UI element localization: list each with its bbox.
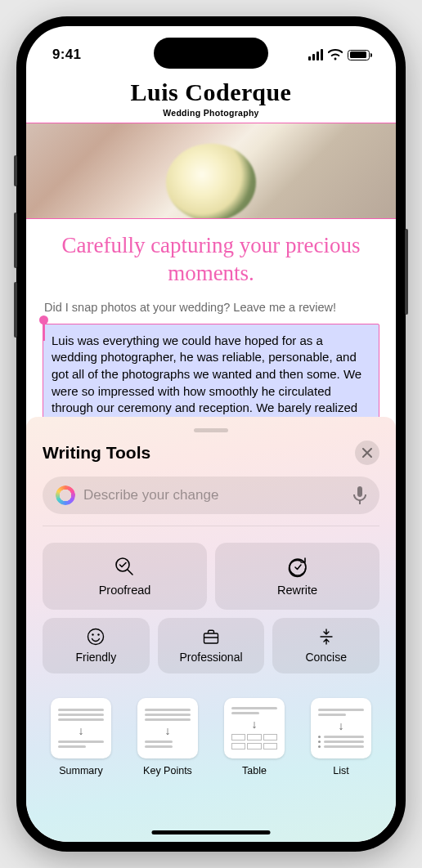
table-label: Table (242, 765, 267, 776)
panel-grabber[interactable] (194, 428, 228, 432)
apple-intelligence-icon (56, 485, 75, 505)
document-title: Luis Coderque (43, 78, 379, 106)
dynamic-island (154, 38, 268, 69)
concise-button[interactable]: Concise (272, 618, 379, 673)
rewrite-icon (286, 556, 309, 579)
keypoints-button[interactable]: ↓ Key Points (137, 698, 198, 776)
phone-frame: 9:41 Luis Coderque Wedding Photography C… (16, 16, 406, 852)
friendly-button[interactable]: Friendly (43, 618, 150, 673)
magnify-check-icon (114, 556, 137, 579)
smiley-icon (87, 628, 105, 646)
status-time: 9:41 (52, 47, 81, 63)
wifi-icon (328, 49, 343, 60)
friendly-label: Friendly (75, 651, 116, 664)
secondary-tools-row: Friendly Professional Concise (43, 618, 379, 673)
divider (43, 526, 379, 526)
screen: 9:41 Luis Coderque Wedding Photography C… (26, 26, 396, 842)
proofread-button[interactable]: Proofread (43, 543, 207, 610)
concise-label: Concise (305, 651, 347, 664)
summary-thumb-icon: ↓ (51, 698, 111, 758)
svg-point-2 (88, 629, 104, 645)
document-header: Luis Coderque Wedding Photography (26, 70, 396, 123)
format-row: ↓ Summary ↓ Key Points ↓ (43, 682, 379, 776)
tagline: Carefully capturing your precious moment… (26, 219, 396, 296)
status-icons (308, 49, 370, 60)
volume-down-button[interactable] (14, 282, 17, 338)
summary-button[interactable]: ↓ Summary (51, 698, 111, 776)
describe-placeholder: Describe your change (83, 487, 345, 503)
panel-header: Writing Tools (43, 441, 379, 465)
close-icon (362, 448, 372, 458)
rewrite-button[interactable]: Rewrite (215, 543, 379, 610)
svg-rect-5 (204, 633, 218, 643)
panel-title: Writing Tools (43, 443, 150, 463)
microphone-icon[interactable] (353, 486, 366, 504)
power-button[interactable] (405, 229, 408, 315)
battery-icon (348, 50, 370, 60)
table-thumb-icon: ↓ (224, 698, 285, 758)
svg-point-3 (92, 633, 94, 635)
svg-point-4 (98, 633, 100, 635)
briefcase-icon (202, 628, 220, 646)
hero-image (26, 123, 396, 219)
professional-button[interactable]: Professional (158, 618, 265, 673)
review-prompt: Did I snap photos at your wedding? Leave… (26, 296, 396, 322)
list-button[interactable]: ↓ List (311, 698, 371, 776)
proofread-label: Proofread (99, 584, 151, 597)
document-subtitle: Wedding Photography (43, 108, 379, 118)
concise-icon (317, 628, 335, 646)
silent-switch[interactable] (14, 155, 17, 186)
selection-handle-start[interactable] (43, 323, 45, 341)
close-button[interactable] (355, 441, 379, 465)
describe-change-input[interactable]: Describe your change (43, 477, 379, 514)
summary-label: Summary (59, 765, 102, 776)
writing-tools-panel: Writing Tools Describe your change Proof… (26, 417, 396, 842)
cellular-icon (308, 49, 324, 60)
professional-label: Professional (179, 651, 242, 664)
keypoints-label: Key Points (143, 765, 192, 776)
table-button[interactable]: ↓ Table (224, 698, 285, 776)
keypoints-thumb-icon: ↓ (137, 698, 198, 758)
list-label: List (333, 765, 348, 776)
primary-tools-row: Proofread Rewrite (43, 543, 379, 610)
list-thumb-icon: ↓ (311, 698, 371, 758)
home-indicator[interactable] (152, 830, 271, 834)
volume-up-button[interactable] (14, 213, 17, 268)
rewrite-label: Rewrite (277, 584, 317, 597)
